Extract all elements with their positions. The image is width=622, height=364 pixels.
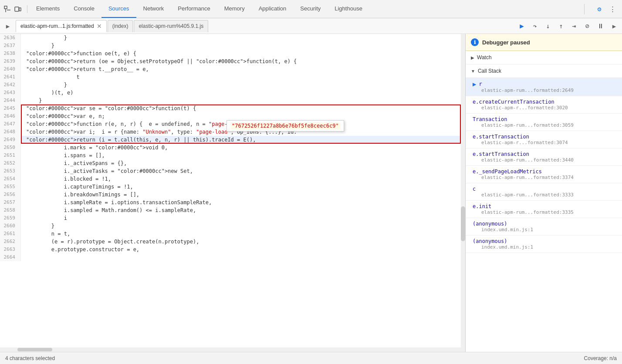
call-stack-item-transaction[interactable]: Transaction elastic-apm-rum...formatted:…	[466, 114, 622, 131]
step-into-icon[interactable]: ↓	[542, 20, 554, 32]
tab-sources[interactable]: Sources	[101, 0, 136, 18]
horizontal-scrollbar[interactable]	[0, 347, 465, 352]
line-number: 2664	[0, 253, 21, 261]
tab-network[interactable]: Network	[136, 0, 171, 18]
tab-elements[interactable]: Elements	[29, 0, 67, 18]
line-number: 2660	[0, 222, 21, 230]
file-tabs-bar: ▶ elastic-apm-rum...1.js:formatted ✕ (in…	[0, 18, 622, 34]
line-content: "color:#0000cc">return (oe = Object.setP…	[21, 57, 465, 65]
file-tab-label: (index)	[112, 23, 128, 29]
svg-rect-3	[15, 7, 19, 11]
call-stack-item-sendPageLoadMetrics[interactable]: e._sendPageLoadMetrics elastic-apm-rum..…	[466, 166, 622, 183]
code-line-2641: 2641 t	[0, 73, 465, 81]
file-ref: index.umd.min.js:1	[473, 227, 617, 233]
play-icon[interactable]: ▶	[608, 20, 620, 32]
tab-console[interactable]: Console	[67, 0, 101, 18]
fn-name: (anonymous)	[473, 238, 617, 244]
settings-icon[interactable]: ⚙	[593, 3, 605, 15]
horizontal-scrollbar-thumb[interactable]	[17, 348, 52, 351]
file-tab-close-icon[interactable]: ✕	[97, 23, 102, 30]
line-content	[21, 253, 465, 261]
triangle-right-icon: ▶	[471, 55, 474, 60]
inspect-element-icon[interactable]	[3, 5, 11, 13]
device-toggle-icon[interactable]	[14, 5, 22, 13]
code-line-2660: 2660 }	[0, 222, 465, 230]
line-number: 2636	[0, 34, 21, 42]
coverage-status: Coverage: n/a	[584, 355, 617, 361]
line-content: "color:#0000cc">function oe(t, e) {	[21, 50, 465, 57]
code-line-2654: 2654 i.blocked = !1,	[0, 175, 465, 183]
code-line-2656: 2656 i.breakdownTimings = [],	[0, 191, 465, 199]
line-content: i.spans = [],	[21, 152, 465, 159]
line-number: 2652	[0, 159, 21, 167]
call-stack-section-header[interactable]: ▼ Call Stack	[466, 64, 622, 78]
line-number: 2642	[0, 81, 21, 89]
debugger-paused-banner: ℹ Debugger paused	[466, 34, 622, 51]
code-line-2662: 2662 (e = r).prototype = Object.create(n…	[0, 238, 465, 246]
line-content: e.prototype.constructor = e,	[21, 246, 465, 253]
step-over-icon[interactable]: ↷	[529, 20, 541, 32]
code-scroll-area[interactable]: 2636 }2637 }2638 "color:#0000cc">functio…	[0, 34, 465, 347]
fn-name: e.createCurrentTransaction	[473, 99, 617, 105]
call-stack-item-r[interactable]: ▶ r elastic-apm-rum...formatted:2649	[466, 78, 622, 96]
file-ref: elastic-apm-rum...formatted:2649	[473, 88, 617, 93]
code-lines: 2636 }2637 }2638 "color:#0000cc">functio…	[0, 34, 465, 261]
code-line-2639: 2639 "color:#0000cc">return (oe = Object…	[0, 57, 465, 65]
file-tab-index[interactable]: (index)	[108, 20, 133, 32]
line-number: 2645	[0, 104, 21, 112]
line-content: i._activeSpans = {},	[21, 159, 465, 167]
call-stack-item-c[interactable]: c elastic-apm-rum...formatted:3333	[466, 183, 622, 201]
code-line-2658: 2658 i.sampled = Math.random() <= i.samp…	[0, 206, 465, 214]
line-number: 2658	[0, 206, 21, 214]
line-number: 2656	[0, 191, 21, 199]
call-stack-item-startTransaction-2[interactable]: e.startTransaction elastic-apm-rum...for…	[466, 148, 622, 166]
call-stack-item-anonymous-1[interactable]: (anonymous) index.umd.min.js:1	[466, 218, 622, 236]
file-ref: elastic-apm-rum...formatted:3335	[473, 209, 617, 215]
file-tab-label: elastic-apm-rum...1.js:formatted	[20, 23, 94, 29]
tab-lighthouse[interactable]: Lighthouse	[328, 0, 369, 18]
nav-tabs: Elements Console Sources Network Perform…	[29, 0, 581, 18]
call-stack-item-createCurrentTransaction[interactable]: e.createCurrentTransaction elastic-apm-r…	[466, 96, 622, 114]
svg-rect-4	[19, 8, 21, 11]
fn-name: e.startTransaction	[473, 134, 617, 140]
step-icon[interactable]: ⇥	[568, 20, 580, 32]
code-line-2642: 2642 }	[0, 81, 465, 89]
line-number: 2644	[0, 97, 21, 104]
line-number: 2662	[0, 238, 21, 246]
file-tab-label: elastic-apm-rum%405.9.1.js	[139, 23, 203, 29]
debug-toolbar: ⚙ ⋮	[588, 3, 619, 15]
line-number: 2647	[0, 120, 21, 128]
triangle-down-icon: ▼	[471, 69, 475, 74]
scrollbar-thumb[interactable]	[461, 206, 465, 241]
more-options-icon[interactable]: ⋮	[606, 3, 619, 15]
step-out-icon[interactable]: ↑	[555, 20, 567, 32]
sidebar-toggle-icon[interactable]: ▶	[2, 20, 14, 32]
line-number: 2661	[0, 230, 21, 238]
current-frame-arrow: ▶	[473, 81, 476, 88]
file-tab-minified[interactable]: elastic-apm-rum%405.9.1.js	[134, 20, 208, 32]
tab-application[interactable]: Application	[252, 0, 294, 18]
line-content: n = t,	[21, 230, 465, 238]
call-stack-item-einit[interactable]: e.init elastic-apm-rum...formatted:3335	[466, 201, 622, 218]
line-number: 2649	[0, 136, 21, 144]
vertical-scrollbar[interactable]	[461, 34, 465, 347]
line-number: 2640	[0, 65, 21, 73]
tab-memory[interactable]: Memory	[217, 0, 252, 18]
line-content: i._activeTasks = "color:#0000cc">new Set…	[21, 167, 465, 175]
fn-name: e.init	[473, 203, 617, 209]
file-tab-formatted[interactable]: elastic-apm-rum...1.js:formatted ✕	[16, 20, 107, 32]
line-number: 2654	[0, 175, 21, 183]
code-line-2643: 2643 )(t, e)	[0, 89, 465, 97]
tab-security[interactable]: Security	[293, 0, 328, 18]
watch-section-header[interactable]: ▶ Watch	[466, 51, 622, 64]
watch-label: Watch	[477, 54, 492, 61]
call-stack-item-anonymous-2[interactable]: (anonymous) index.umd.min.js:1	[466, 236, 622, 253]
pause-exceptions-icon[interactable]: ⏸	[594, 20, 606, 32]
call-stack-label: Call Stack	[478, 68, 501, 74]
deactivate-breakpoints-icon[interactable]: ⊘	[581, 20, 593, 32]
resume-icon[interactable]: ▶	[516, 20, 528, 32]
line-content: "color:#0000cc">return (i = t.call(this,…	[21, 136, 465, 144]
file-ref: elastic-apm-rum...formatted:3374	[473, 175, 617, 180]
call-stack-item-startTransaction-1[interactable]: e.startTransaction elastic-apm-r...forma…	[466, 131, 622, 148]
tab-performance[interactable]: Performance	[171, 0, 217, 18]
